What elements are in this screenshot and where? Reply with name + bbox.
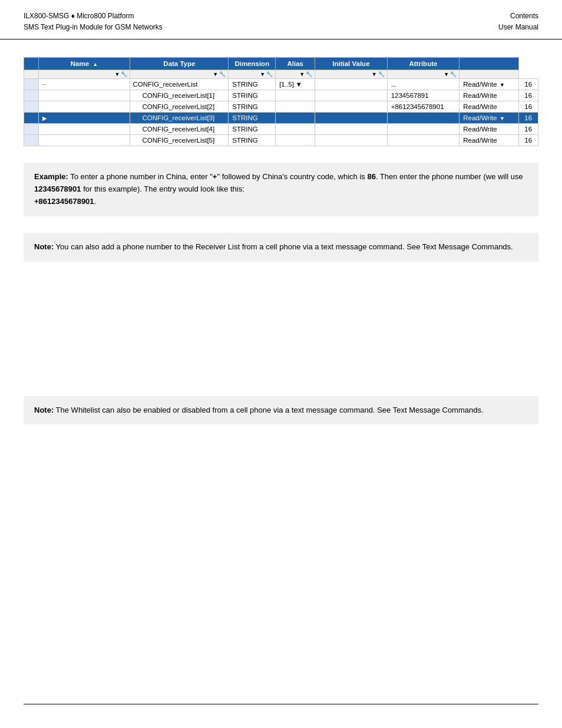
example-label: Example: [34, 172, 68, 181]
row-icon-cell [24, 135, 39, 146]
row-initial-value [387, 135, 459, 146]
sort-arrow-name: ▲ [92, 61, 98, 67]
row-alias [315, 113, 388, 124]
header-line2: SMS Text Plug-in Module for GSM Networks [24, 22, 163, 33]
attr-value: Read/Write [463, 92, 497, 99]
row-attribute[interactable]: Read/Write ▼ [459, 113, 518, 124]
row-dimension [276, 124, 315, 135]
row-alias [315, 79, 388, 90]
table-row[interactable]: CONFIG_receiverList[2]STRING+86123456789… [24, 101, 538, 113]
filter-cell-attr[interactable]: ▼ 🔧 [387, 70, 459, 79]
row-alias [315, 124, 388, 135]
note-box-1: Note: You can also add a phone number to… [24, 233, 538, 262]
example-text: To enter a phone number in China, enter … [34, 172, 523, 206]
col-header-name[interactable]: Name ▲ [38, 58, 130, 70]
col-header-datatype[interactable]: Data Type [130, 58, 229, 70]
row-icon-cell [24, 113, 39, 124]
attr-dropdown[interactable]: Read/Write [463, 81, 497, 88]
row-expand-cell [38, 101, 130, 113]
row-name[interactable]: CONFIG_receiverList[4] [130, 124, 229, 135]
col-header-attribute[interactable]: Attribute [387, 58, 459, 70]
row-attribute[interactable]: Read/Write ▼ [459, 79, 518, 90]
row-icon-cell [24, 79, 39, 90]
filter-edit-dim: 🔧 [266, 71, 273, 77]
filter-cell-datatype[interactable]: ▼ 🔧 [130, 70, 229, 79]
col-header-dimension[interactable]: Dimension [229, 58, 276, 70]
phone-number: 12345678901 [34, 185, 81, 193]
filter-cell-num [459, 70, 518, 79]
table-body: −CONFIG_receiverListSTRING[1..5] ▼...Rea… [24, 79, 538, 146]
plus-sign: + [213, 172, 217, 181]
filter-edit-iv: 🔧 [378, 71, 385, 77]
row-expand-cell[interactable]: − [38, 79, 130, 90]
row-num: 16 [518, 124, 538, 135]
row-datatype: STRING [229, 90, 276, 101]
row-name[interactable]: CONFIG_receiverList[3] [130, 113, 229, 124]
header-line1: ILX800-SMSG ♦ Micro800 Platform [24, 11, 163, 22]
row-attribute: Read/Write [459, 135, 518, 146]
row-alias [315, 90, 388, 101]
row-num: 16 [518, 135, 538, 146]
filter-icon-alias: ▼ [299, 71, 305, 77]
col-header-num [459, 58, 518, 70]
row-num: 16 [518, 113, 538, 124]
row-name[interactable]: CONFIG_receiverList[5] [130, 135, 229, 146]
expand-icon[interactable]: − [42, 81, 46, 88]
attr-value: Read/Write [463, 103, 497, 110]
table-row[interactable]: CONFIG_receiverList[4]STRINGRead/Write16 [24, 124, 538, 135]
row-datatype: STRING [229, 124, 276, 135]
row-alias [315, 135, 388, 146]
col-header-alias[interactable]: Alias [276, 58, 315, 70]
filter-icon-dt: ▼ [213, 71, 218, 77]
attr-dropdown-arrow[interactable]: ▼ [498, 82, 505, 88]
filter-cell-name[interactable]: ▼ 🔧 [38, 70, 130, 79]
data-table-wrapper: Name ▲ Data Type Dimension Alias Initial… [24, 57, 538, 146]
page-content: Name ▲ Data Type Dimension Alias Initial… [0, 39, 562, 459]
spacer [24, 278, 538, 396]
row-num: 16 [518, 79, 538, 90]
play-icon[interactable]: ▶ [42, 115, 47, 121]
row-datatype: STRING [229, 113, 276, 124]
attr-dropdown-arrow[interactable]: ▼ [498, 116, 505, 121]
attr-dropdown[interactable]: Read/Write [463, 114, 497, 121]
row-icon-cell [24, 101, 39, 113]
row-expand-cell [38, 135, 130, 146]
note-box-2: Note: The Whitelist can also be enabled … [24, 396, 538, 425]
row-name[interactable]: CONFIG_receiverList [130, 79, 229, 90]
page-header: ILX800-SMSG ♦ Micro800 Platform SMS Text… [0, 0, 562, 39]
note1-label: Note: [34, 242, 54, 251]
row-expand-cell [38, 124, 130, 135]
filter-icon-attr: ▼ [444, 71, 449, 77]
full-number: +8612345678901 [34, 197, 94, 206]
table-row[interactable]: ▶CONFIG_receiverList[3]STRINGRead/Write … [24, 113, 538, 124]
attr-value: Read/Write [463, 137, 497, 144]
row-name[interactable]: CONFIG_receiverList[2] [130, 101, 229, 113]
row-dimension [276, 113, 315, 124]
col-header-initval[interactable]: Initial Value [315, 58, 388, 70]
row-dimension [276, 90, 315, 101]
filter-cell-dim[interactable]: ▼ 🔧 [229, 70, 276, 79]
row-icon-cell [24, 124, 39, 135]
row-attribute: Read/Write [459, 90, 518, 101]
dim-dropdown[interactable]: [1..5] ▼ [279, 81, 302, 88]
filter-cell-icon [24, 70, 39, 79]
row-name[interactable]: CONFIG_receiverList[1] [130, 90, 229, 101]
row-dimension [276, 101, 315, 113]
row-dimension[interactable]: [1..5] ▼ [276, 79, 315, 90]
note2-label: Note: [34, 406, 54, 414]
filter-icon-iv: ▼ [372, 71, 377, 77]
config-table: Name ▲ Data Type Dimension Alias Initial… [24, 57, 538, 146]
table-row[interactable]: CONFIG_receiverList[1]STRING1234567891Re… [24, 90, 538, 101]
filter-edit-attr: 🔧 [450, 71, 457, 77]
page-footer-line [24, 704, 538, 705]
table-row[interactable]: −CONFIG_receiverListSTRING[1..5] ▼...Rea… [24, 79, 538, 90]
filter-icon-name: ▼ [115, 71, 120, 77]
row-initial-value [387, 113, 459, 124]
header-right-line2: User Manual [498, 22, 538, 33]
row-num: 16 [518, 90, 538, 101]
filter-cell-alias[interactable]: ▼ 🔧 [276, 70, 315, 79]
filter-edit-alias: 🔧 [306, 71, 312, 77]
row-expand-cell[interactable]: ▶ [38, 113, 130, 124]
filter-cell-initval[interactable]: ▼ 🔧 [315, 70, 388, 79]
table-row[interactable]: CONFIG_receiverList[5]STRINGRead/Write16 [24, 135, 538, 146]
